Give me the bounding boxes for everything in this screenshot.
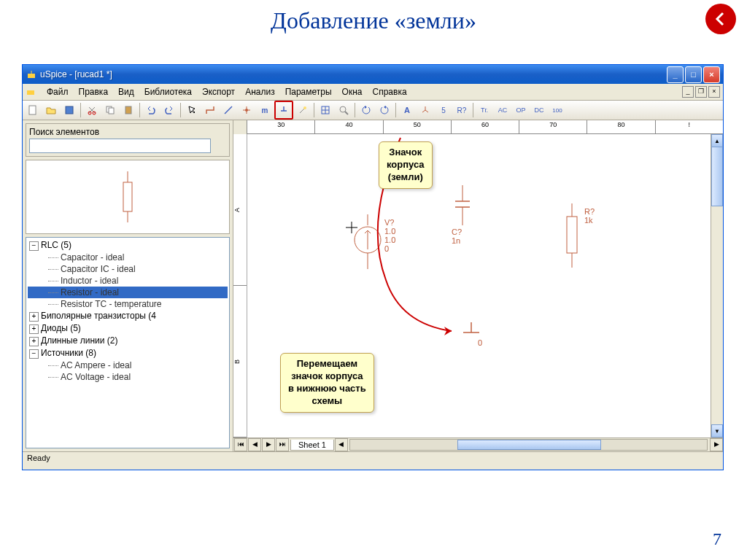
maximize-button[interactable]: □ [685, 66, 702, 83]
ruler-tick: 40 [314, 120, 382, 133]
mdi-restore[interactable]: ❐ [695, 86, 707, 98]
ruler-vtick: B [233, 286, 247, 438]
probe-button[interactable] [294, 101, 311, 119]
sheet-tab-1[interactable]: Sheet 1 [290, 440, 334, 451]
ruler-vtick: A [233, 134, 247, 286]
chevron-left-icon [712, 10, 729, 28]
ruler-horizontal: 30 40 50 60 70 80 ! [247, 120, 723, 134]
tree-ac-ampere[interactable]: AC Ampere - ideal [28, 359, 228, 371]
canvas-area: 30 40 50 60 70 80 ! A B [233, 120, 723, 451]
svg-line-10 [225, 106, 232, 114]
resistor-icon[interactable] [561, 203, 583, 269]
tree-resistor[interactable]: Resistor - ideal [28, 287, 228, 298]
tree-sources[interactable]: −Источники (8) [28, 347, 228, 359]
scroll-down-button[interactable]: ▼ [711, 424, 723, 438]
app-window: uSpice - [rucad1 *] _ □ × Файл Правка Ви… [22, 64, 724, 470]
vertical-scrollbar[interactable]: ▲ ▼ [711, 134, 723, 438]
r-button[interactable]: R? [453, 101, 471, 119]
rotate-left-button[interactable] [357, 101, 375, 119]
line-button[interactable] [220, 101, 237, 119]
tree-capacitor-ic[interactable]: Capacitor IC - ideal [28, 263, 228, 275]
ruler-tick: 50 [383, 120, 451, 133]
search-panel: Поиск элементов [26, 123, 230, 157]
slide-title: Добавление «земли» [0, 0, 747, 40]
tab-prev-button[interactable]: ◀ [248, 438, 261, 451]
paste-button[interactable] [120, 101, 137, 119]
hscroll-thumb[interactable] [457, 440, 602, 450]
hundred-button[interactable]: 100 [549, 101, 566, 119]
menu-export[interactable]: Экспорт [197, 85, 240, 98]
menu-library[interactable]: Библиотека [139, 85, 197, 98]
ruler-vertical: A B [233, 134, 247, 438]
tree-bipolar[interactable]: +Биполярные транзисторы (4 [28, 310, 228, 322]
minimize-button[interactable]: _ [667, 66, 684, 83]
menu-view[interactable]: Вид [113, 85, 139, 98]
menu-analysis[interactable]: Анализ [240, 85, 280, 98]
window-title: uSpice - [rucad1 *] [40, 69, 665, 79]
svg-rect-3 [29, 106, 36, 114]
svg-rect-36 [567, 217, 577, 253]
scroll-thumb[interactable] [711, 147, 723, 206]
ruler-tick: ! [655, 120, 723, 133]
tree-diodes[interactable]: +Диоды (5) [28, 322, 228, 335]
schematic-canvas[interactable]: V? 1.0 1.0 0 C? 1n [247, 134, 711, 438]
tree-capacitor-ideal[interactable]: Capacitor - ideal [28, 252, 228, 263]
horizontal-scrollbar[interactable] [349, 439, 708, 451]
hscroll-right-button[interactable]: ▶ [710, 438, 723, 451]
menu-help[interactable]: Справка [368, 85, 412, 98]
menu-params[interactable]: Параметры [280, 85, 337, 98]
search-input[interactable] [29, 139, 211, 153]
ruler-tick: 30 [247, 120, 314, 133]
five-button[interactable]: 5 [435, 101, 452, 119]
resistor-label: R? 1k [584, 207, 595, 225]
tree-rlc[interactable]: −RLC (5) [28, 239, 228, 252]
back-button[interactable] [705, 4, 736, 34]
star-button[interactable] [417, 101, 434, 119]
menu-edit[interactable]: Правка [74, 85, 114, 98]
tree-lines[interactable]: +Длинные линии (2) [28, 335, 228, 347]
svg-rect-8 [109, 108, 114, 114]
grid-button[interactable] [317, 101, 334, 119]
component-tree[interactable]: −RLC (5) Capacitor - ideal Capacitor IC … [26, 237, 230, 448]
ground-button[interactable] [274, 101, 293, 120]
toolbar: m A 5 R? Тг. AC OP DC 100 [23, 101, 723, 120]
ruler-tick: 60 [451, 120, 519, 133]
menu-windows[interactable]: Окна [337, 85, 368, 98]
tab-last-button[interactable]: ⏭ [276, 438, 289, 451]
hscroll-left-button[interactable]: ◀ [335, 438, 348, 451]
tr-button[interactable]: Тг. [476, 101, 493, 119]
cut-button[interactable] [83, 101, 101, 119]
tab-next-button[interactable]: ▶ [262, 438, 275, 451]
dc-button[interactable]: DC [530, 101, 548, 119]
menu-file[interactable]: Файл [42, 85, 74, 98]
tab-first-button[interactable]: ⏮ [234, 438, 247, 451]
tree-inductor[interactable]: Inductor - ideal [28, 275, 228, 287]
scroll-up-button[interactable]: ▲ [711, 134, 723, 147]
wire-button[interactable] [201, 101, 219, 119]
sidebar: Поиск элементов −RLC (5) Capacitor - ide… [23, 120, 233, 451]
copy-button[interactable] [101, 101, 119, 119]
label-button[interactable]: m [256, 101, 274, 119]
app-icon [26, 69, 37, 80]
undo-button[interactable] [142, 101, 160, 119]
save-button[interactable] [61, 101, 78, 119]
mdi-close[interactable]: × [708, 86, 720, 98]
open-button[interactable] [42, 101, 60, 119]
close-button[interactable]: × [703, 66, 720, 83]
search-label: Поиск элементов [29, 127, 226, 137]
rotate-right-button[interactable] [376, 101, 393, 119]
mdi-minimize[interactable]: _ [682, 86, 694, 98]
tree-resistor-tc[interactable]: Resistor TC - temperature [28, 298, 228, 310]
menubar: Файл Правка Вид Библиотека Экспорт Анали… [23, 84, 723, 101]
new-button[interactable] [24, 101, 42, 119]
op-button[interactable]: OP [512, 101, 530, 119]
pointer-button[interactable] [183, 101, 201, 119]
text-a-button[interactable]: A [398, 101, 416, 119]
svg-rect-4 [66, 106, 73, 114]
node-button[interactable] [238, 101, 255, 119]
tree-ac-voltage[interactable]: AC Voltage - ideal [28, 371, 228, 383]
ac-button[interactable]: AC [494, 101, 511, 119]
redo-button[interactable] [160, 101, 178, 119]
statusbar: Ready [23, 451, 723, 470]
zoom-button[interactable] [335, 101, 352, 119]
